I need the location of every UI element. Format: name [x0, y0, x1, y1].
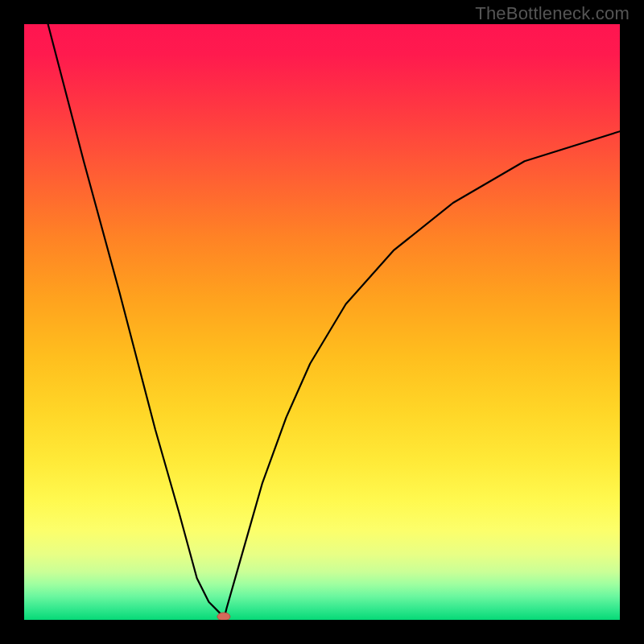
curve-left-branch	[48, 24, 224, 620]
watermark-text: TheBottleneck.com	[475, 3, 630, 24]
plot-area	[24, 24, 620, 620]
curve-right-branch	[224, 131, 620, 620]
chart-frame: TheBottleneck.com	[0, 0, 644, 644]
curve-svg	[24, 24, 620, 620]
minimum-marker-icon	[217, 613, 230, 620]
